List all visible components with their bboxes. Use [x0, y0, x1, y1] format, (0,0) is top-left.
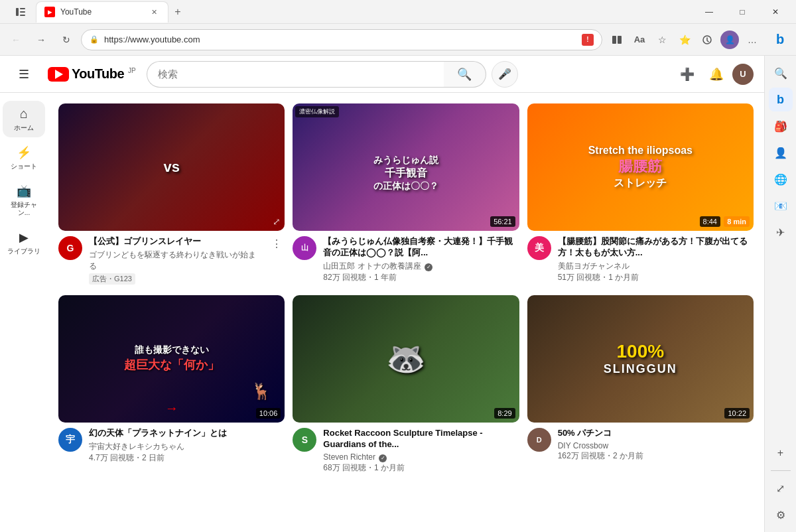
- video-card-2[interactable]: 濃密仏像解説 みうらじゅん説千手観音の正体は〇〇？ 56:21 山 【みうらじゅ…: [293, 103, 519, 285]
- video-meta-6: D 50% パチンコ DIY Crossbow 162万 回視聴・2 か月前: [527, 428, 754, 462]
- notifications-button[interactable]: 🔔: [703, 61, 730, 88]
- profile-button[interactable]: 👤: [719, 29, 740, 50]
- channel-avatar-2: 山: [293, 236, 316, 260]
- shorts-label: ショート: [11, 163, 37, 170]
- video-channel-1: ゴブリンどもを駆逐する終わりなき戦いが始まる: [89, 249, 262, 272]
- sidebar-toggle[interactable]: [5, 1, 36, 23]
- forward-button[interactable]: →: [31, 29, 52, 50]
- tab-title: YouTube: [60, 7, 92, 17]
- video-channel-3: 美筋ヨガチャンネル: [558, 261, 754, 272]
- profile-avatar: 👤: [720, 31, 739, 49]
- video-channel-2: 山田五郎 オトナの教養講座 ✓: [323, 261, 519, 272]
- svg-rect-4: [612, 36, 616, 44]
- bing-button[interactable]: b: [769, 29, 791, 50]
- youtube-header: ☰ YouTube JP 🔍 🎤 ➕ 🔔 U: [0, 56, 764, 93]
- lock-icon: 🔒: [90, 35, 99, 44]
- youtube-sidebar: ⌂ ホーム ⚡ ショート 📺 登録チャン... ▶ ライブラリ: [0, 93, 48, 532]
- active-tab[interactable]: ▶ YouTube ✕: [36, 1, 168, 23]
- video-info-6: 50% パチンコ DIY Crossbow 162万 回視聴・2 か月前: [558, 428, 754, 462]
- sidebar-expand-icon[interactable]: ⤢: [769, 476, 793, 500]
- menu-button[interactable]: ☰: [11, 61, 37, 88]
- video-card-1[interactable]: vs ⤢ G 【公式】ゴブリンスレイヤー ゴブリンどもを駆逐する終わりなき戦いが…: [58, 103, 285, 285]
- sidebar-telegram-icon[interactable]: ✈: [769, 220, 793, 244]
- youtube-logo[interactable]: YouTube JP: [48, 66, 136, 82]
- new-tab-button[interactable]: +: [168, 3, 187, 21]
- video-info-2: 【みうらじゅん仏像独自考察・大連発！】千手観音の正体は◯◯？説【阿... 山田五…: [323, 236, 519, 283]
- sidebar-item-home[interactable]: ⌂ ホーム: [3, 101, 45, 137]
- minimize-button[interactable]: —: [694, 1, 724, 23]
- tab-close-button[interactable]: ✕: [148, 6, 160, 18]
- video-badge-3: 8 min: [724, 216, 750, 227]
- video-stats-6: 162万 回視聴・2 か月前: [558, 450, 754, 462]
- video-duration-2: 56:21: [490, 216, 515, 227]
- video-thumbnail-4: 誰も撮影できない 超巨大な「何か」 🦌 → 10:06: [58, 295, 285, 423]
- search-button[interactable]: 🔍: [444, 61, 486, 88]
- split-screen-button[interactable]: [606, 29, 628, 50]
- video-card-6[interactable]: 100% SLINGGUN 10:22 D 50% パチンコ DIY Cross…: [527, 295, 754, 474]
- video-more-button-1[interactable]: ⋮: [269, 236, 285, 252]
- close-button[interactable]: ✕: [760, 1, 791, 23]
- user-avatar[interactable]: U: [732, 64, 754, 85]
- sidebar-search-icon[interactable]: 🔍: [769, 61, 793, 85]
- channel-avatar-3: 美: [527, 236, 551, 260]
- video-card-5[interactable]: 🦝 8:29 S Rocket Raccoon Sculpture Timela…: [293, 295, 519, 474]
- sidebar-browser-icon[interactable]: 🌐: [769, 167, 793, 191]
- subscriptions-label: 登録チャン...: [5, 201, 42, 217]
- header-actions: ➕ 🔔 U: [674, 61, 754, 88]
- sidebar-add-icon[interactable]: +: [769, 441, 793, 465]
- video-duration-3: 8:44: [700, 216, 720, 227]
- shorts-icon: ⚡: [17, 145, 31, 160]
- svg-rect-0: [16, 8, 19, 16]
- channel-avatar-5: S: [293, 428, 316, 452]
- youtube-app: ☰ YouTube JP 🔍 🎤 ➕ 🔔 U: [0, 56, 764, 532]
- browser-right-sidebar: 🔍 b 🎒 👤 🌐 📧 ✈ + ⤢ ⚙: [764, 56, 796, 532]
- browser-layout: ☰ YouTube JP 🔍 🎤 ➕ 🔔 U: [0, 56, 796, 532]
- external-link-icon: ⤢: [273, 216, 281, 227]
- video-info-1: 【公式】ゴブリンスレイヤー ゴブリンどもを駆逐する終わりなき戦いが始まる 広告・…: [89, 236, 262, 285]
- video-meta-3: 美 【腸腰筋】股関節に痛みがある方！下腹が出てる方！太ももが太い方... 美筋ヨ…: [527, 236, 754, 283]
- browser-essentials-button[interactable]: [696, 29, 718, 50]
- window-controls: — □ ✕: [694, 1, 791, 23]
- browser-addressbar: ← → ↻ 🔒 https://www.youtube.com ! Aa ☆ ⭐…: [0, 24, 796, 56]
- svg-rect-5: [618, 36, 622, 44]
- refresh-button[interactable]: ↻: [56, 29, 77, 50]
- video-grid: vs ⤢ G 【公式】ゴブリンスレイヤー ゴブリンどもを駆逐する終わりなき戦いが…: [58, 103, 754, 474]
- video-info-4: 幻の天体「プラネットナイン」とは 宇宙大好きレキシカちゃん 4.7万 回視聴・2…: [89, 428, 285, 464]
- channel-avatar-4: 宇: [58, 428, 82, 452]
- sidebar-item-subscriptions[interactable]: 📺 登録チャン...: [3, 178, 45, 222]
- sidebar-item-shorts[interactable]: ⚡ ショート: [3, 140, 45, 176]
- verified-badge-5: ✓: [379, 454, 387, 462]
- search-input[interactable]: [147, 61, 444, 88]
- youtube-logo-icon: [48, 67, 69, 82]
- video-thumbnail-6: 100% SLINGGUN 10:22: [527, 295, 754, 423]
- library-icon: ▶: [19, 230, 29, 245]
- video-title-5: Rocket Raccoon Sculpture Timelapse - Gua…: [323, 428, 519, 450]
- video-title-1: 【公式】ゴブリンスレイヤー: [89, 236, 262, 247]
- favorites-button[interactable]: ☆: [651, 29, 673, 50]
- channel-avatar-6: D: [527, 428, 551, 452]
- video-card-3[interactable]: Stretch the iliopsoas 腸腰筋 ストレッチ 8 min 8:…: [527, 103, 754, 285]
- video-card-4[interactable]: 誰も撮影できない 超巨大な「何か」 🦌 → 10:06 宇 幻の: [58, 295, 285, 474]
- toolbar-icons: Aa ☆ ⭐ 👤 …: [606, 29, 763, 50]
- video-stats-2: 82万 回視聴・1 年前: [323, 272, 519, 283]
- video-title-6: 50% パチンコ: [558, 428, 754, 439]
- sidebar-shopping-icon[interactable]: 🎒: [769, 114, 793, 138]
- back-button[interactable]: ←: [5, 29, 27, 50]
- sidebar-outlook-icon[interactable]: 📧: [769, 194, 793, 218]
- maximize-button[interactable]: □: [727, 1, 758, 23]
- youtube-logo-text: YouTube: [72, 66, 124, 82]
- sidebar-settings-icon[interactable]: ⚙: [769, 503, 793, 527]
- create-button[interactable]: ➕: [674, 61, 700, 88]
- voice-search-button[interactable]: 🎤: [492, 61, 518, 88]
- address-bar[interactable]: 🔒 https://www.youtube.com !: [81, 29, 602, 50]
- sidebar-item-library[interactable]: ▶ ライブラリ: [3, 225, 45, 261]
- collections-button[interactable]: ⭐: [674, 29, 695, 50]
- read-aloud-button[interactable]: Aa: [629, 29, 650, 50]
- home-label: ホーム: [14, 124, 34, 132]
- more-button[interactable]: …: [742, 29, 763, 50]
- sidebar-user-icon[interactable]: 👤: [769, 141, 793, 165]
- sidebar-bing-icon[interactable]: b: [769, 88, 793, 111]
- video-meta-1: G 【公式】ゴブリンスレイヤー ゴブリンどもを駆逐する終わりなき戦いが始まる 広…: [58, 236, 285, 285]
- sidebar-bottom-actions: + ⤢ ⚙: [769, 441, 793, 527]
- video-title-4: 幻の天体「プラネットナイン」とは: [89, 428, 285, 439]
